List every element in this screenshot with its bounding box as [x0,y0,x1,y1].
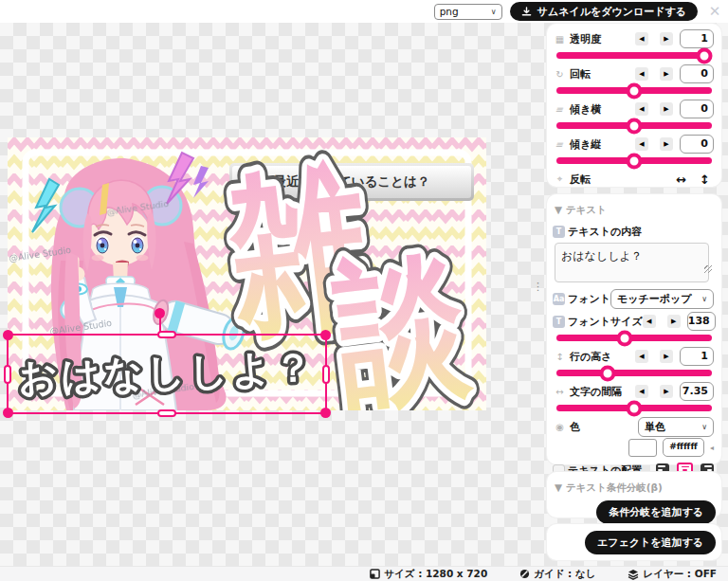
line-height-row: ↕ 行の高さ ◀ ▶ 1 [553,348,714,365]
line-height-slider[interactable] [556,370,712,376]
selection-handle-sw[interactable] [3,408,13,418]
font-size-icon: T [553,316,565,328]
selection-handle-nw[interactable] [3,330,13,340]
condition-section-header[interactable]: ▼ テキスト条件分岐(β) [555,481,714,495]
rotation-value[interactable]: 0 [680,64,714,83]
font-select-value: モッチーポップ [617,292,692,306]
color-value-row: #ffffff ◂ [555,437,714,458]
font-size-value[interactable]: 138 [687,312,716,331]
layer-status: レイヤー : OFF [628,568,717,581]
selection-handle-se[interactable] [320,408,331,418]
line-height-slider-thumb[interactable] [600,365,616,381]
font-size-label: フォントサイズ [568,315,643,329]
text-content-row: T テキストの内容 [553,223,714,240]
rotation-increment-button[interactable]: ▶ [660,67,673,81]
flip-horizontal-button[interactable]: ↔ [676,172,686,187]
color-mode-value: 単色 [645,420,665,434]
font-size-increment-button[interactable]: ▶ [667,315,681,328]
color-swatch[interactable] [628,439,657,457]
color-mode-select[interactable]: 単色 ∨ [638,417,714,437]
skew-v-slider-thumb[interactable] [627,153,643,169]
skew-v-decrement-button[interactable]: ◀ [635,137,648,151]
line-height-increment-button[interactable]: ▶ [660,350,673,363]
rotation-handle[interactable] [155,308,165,318]
text-content-label: テキストの内容 [568,225,642,239]
skew-v-increment-button[interactable]: ▶ [660,137,673,151]
letter-spacing-icon: ↔ [553,387,567,397]
status-bar: サイズ : 1280 x 720 ガイド : なし レイヤー : OFF [0,566,728,581]
opacity-slider[interactable] [556,52,712,59]
rotation-slider-thumb[interactable] [627,82,643,99]
guide-status-label: ガイド : なし [534,568,595,581]
text-content-input[interactable]: おはなししよ？ [555,243,709,282]
text-section-header[interactable]: ▼ テキスト [555,204,714,217]
opacity-slider-thumb[interactable] [696,47,712,64]
download-thumbnail-button[interactable]: サムネイルをダウンロードする [510,2,698,21]
rotation-decrement-button[interactable]: ◀ [635,67,648,81]
color-hex-input[interactable]: #ffffff [663,438,704,457]
flip-icon: ⌖ [553,173,567,185]
letter-spacing-slider-thumb[interactable] [627,400,643,416]
rotation-row: ↻ 回転 ◀ ▶ 0 [553,65,714,82]
add-condition-button[interactable]: 条件分岐を追加する [596,500,716,524]
font-row: Aa フォント モッチーポップ ∨ [553,290,714,307]
font-icon: Aa [553,293,565,305]
font-size-slider[interactable] [556,335,712,341]
skew-h-increment-button[interactable]: ▶ [660,102,673,116]
skew-h-value[interactable]: 0 [680,100,714,118]
transform-card: ▦ 透明度 ◀ ▶ 1 ↻ 回転 ◀ ▶ 0 ≡ 傾き横 ◀ ▶ 0 ≡ 傾き縦… [547,24,721,187]
condition-card: ▼ テキスト条件分岐(β) 条件分岐を追加する [547,472,721,517]
skew-v-value[interactable]: 0 [680,135,714,154]
skew-h-slider[interactable] [556,122,712,129]
selection-handle-w[interactable] [4,365,11,384]
color-label: 色 [570,420,580,434]
collapse-left-icon[interactable]: ◂ [710,444,714,452]
letter-spacing-value[interactable]: 7.35 [680,382,714,401]
opacity-decrement-button[interactable]: ◀ [635,32,648,45]
add-effect-button[interactable]: エフェクトを追加する [585,531,716,554]
selection-handle-ne[interactable] [320,330,331,340]
layer-status-label: レイヤー : OFF [643,568,717,581]
format-select[interactable]: png ∨ [434,4,502,20]
guide-icon [519,569,530,579]
opacity-icon: ▦ [553,34,567,45]
title-kanji-2[interactable]: 談 談 談 [326,229,479,410]
close-icon[interactable]: ✕ [705,2,724,21]
flip-row: ⌖ 反転 ↔ ↕ [553,171,714,188]
selection-handle-s[interactable] [157,409,176,417]
font-select[interactable]: モッチーポップ ∨ [610,289,714,309]
line-height-value[interactable]: 1 [680,347,714,366]
flip-vertical-button[interactable]: ↕ [700,172,710,187]
chevron-down-icon: ∨ [701,295,707,303]
text-card: ▼ テキスト T テキストの内容 おはなししよ？ Aa フォント モッチーポップ… [547,194,721,464]
letter-spacing-decrement-button[interactable]: ◀ [635,385,648,398]
skew-h-slider-thumb[interactable] [627,118,643,134]
color-row: ◉ 色 単色 ∨ [553,418,714,435]
letter-spacing-slider[interactable] [556,405,712,411]
size-icon [370,569,380,579]
layers-icon [628,569,639,580]
download-button-label: サムネイルをダウンロードする [537,5,686,19]
download-icon [521,7,532,17]
chevron-down-icon: ∨ [491,8,497,16]
skew-v-icon: ≡ [551,139,569,150]
selection-handle-n[interactable] [157,331,176,338]
font-size-slider-thumb[interactable] [617,330,633,346]
skew-v-slider[interactable] [556,157,712,164]
letter-spacing-label: 文字の間隔 [570,385,622,399]
selection-box[interactable] [7,334,327,414]
line-height-decrement-button[interactable]: ◀ [635,350,648,363]
svg-text:談: 談 [326,229,479,410]
rotation-label: 回転 [570,67,591,82]
rotation-slider[interactable] [556,87,712,94]
letter-spacing-increment-button[interactable]: ▶ [660,385,673,398]
guide-status: ガイド : なし [519,568,595,581]
panel-splitter-handle[interactable]: ⋮ [533,281,542,293]
font-size-decrement-button[interactable]: ◀ [643,315,656,328]
opacity-value[interactable]: 1 [680,29,714,48]
skew-h-decrement-button[interactable]: ◀ [635,102,648,116]
rotation-icon: ↻ [553,69,567,80]
opacity-increment-button[interactable]: ▶ [660,32,673,45]
selection-handle-e[interactable] [322,365,330,384]
text-content-icon: T [553,226,565,238]
